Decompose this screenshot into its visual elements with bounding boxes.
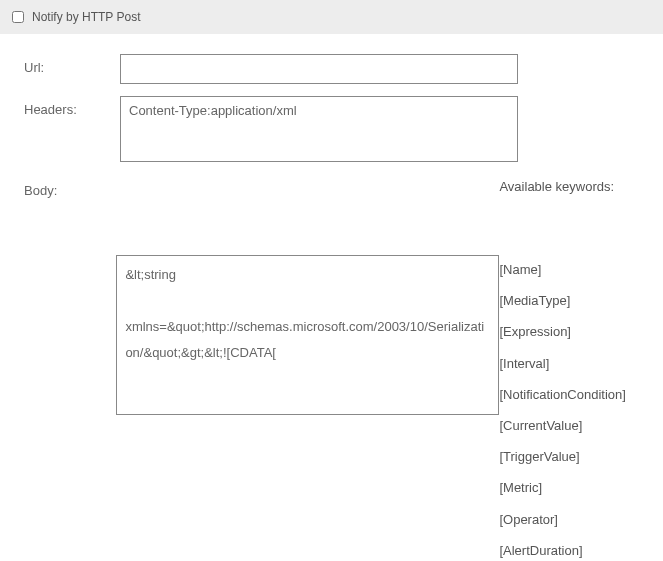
url-label: Url: [24,54,120,75]
body-textarea[interactable] [116,255,499,415]
notify-http-post-label: Notify by HTTP Post [32,10,140,24]
keywords-heading: Available keywords: [499,177,639,254]
body-row: Body: Available keywords: [Name] [MediaT… [24,177,639,561]
url-row: Url: [24,54,639,84]
keyword-item: [NotificationCondition] [499,379,639,410]
keyword-item: [Name] [499,254,639,285]
headers-label: Headers: [24,96,120,117]
form-content: Url: Headers: Body: Available keywords: … [0,34,663,561]
section-header: Notify by HTTP Post [0,0,663,34]
headers-row: Headers: [24,96,639,165]
keyword-item: [Metric] [499,472,639,503]
keyword-item: [Interval] [499,348,639,379]
keyword-item: [Expression] [499,316,639,347]
headers-textarea[interactable] [120,96,518,162]
url-input[interactable] [120,54,518,84]
keyword-item: [MediaType] [499,285,639,316]
keyword-item: [AlertDuration] [499,535,639,561]
notify-http-post-checkbox[interactable] [12,11,24,23]
body-label: Body: [24,177,116,198]
keywords-col: Available keywords: [Name] [MediaType] [… [499,177,639,561]
keywords-list: [Name] [MediaType] [Expression] [Interva… [499,254,639,561]
keyword-item: [Operator] [499,504,639,535]
keyword-item: [CurrentValue] [499,410,639,441]
keyword-item: [TriggerValue] [499,441,639,472]
